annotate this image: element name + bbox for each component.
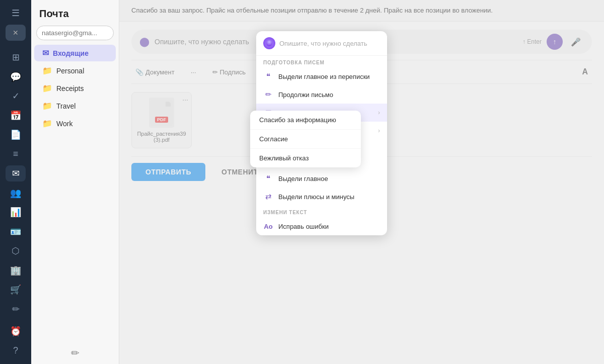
submenu-item-agree-label: Согласие: [259, 135, 288, 143]
write-reply-arrow: ›: [378, 109, 380, 116]
receipts-folder-icon: 📁: [42, 83, 52, 93]
enter-hint-text: ↑ Enter: [522, 38, 542, 45]
personal-folder-icon: 📁: [42, 66, 52, 75]
sidebar-search-container: [36, 26, 114, 40]
list-icon[interactable]: ≡: [6, 146, 26, 162]
signature-toolbar-icon: ✏: [212, 68, 218, 76]
work-label: Work: [56, 120, 72, 128]
fix-errors-icon: Ao: [263, 221, 273, 231]
grid-icon[interactable]: ⊞: [6, 49, 26, 66]
send-button[interactable]: ОТПРАВИТЬ: [131, 163, 205, 181]
work-folder-icon: 📁: [42, 119, 52, 128]
receipts-label: Receipts: [56, 84, 84, 93]
document-toolbar-label: Документ: [145, 68, 175, 76]
sidebar-item-work[interactable]: 📁 Work: [34, 115, 116, 132]
compose-icon[interactable]: ✏: [71, 347, 80, 359]
sidebar-item-receipts[interactable]: 📁 Receipts: [34, 80, 116, 97]
sidebar: Почта ✉ Входящие 📁 Personal 📁 Receipts 📁…: [31, 0, 119, 364]
document-icon[interactable]: 📄: [6, 127, 26, 143]
ai-popup-input-row: Опишите, что нужно сделать: [256, 31, 387, 56]
clock-icon[interactable]: ⏰: [6, 323, 26, 340]
pdf-label: PDF: [155, 117, 168, 123]
submenu-item-agree[interactable]: Согласие: [250, 130, 361, 149]
sidebar-header: Почта: [31, 0, 119, 24]
help-icon[interactable]: ?: [6, 342, 26, 359]
ai-item-fix-errors[interactable]: Ao Исправь ошибки: [256, 217, 387, 235]
sidebar-item-inbox[interactable]: ✉ Входящие: [34, 45, 116, 61]
ai-item-continue-letter[interactable]: ✏ Продолжи письмо: [256, 85, 387, 104]
check-icon[interactable]: ✓: [6, 88, 26, 105]
discord-icon[interactable]: ⬡: [6, 243, 26, 259]
ai-popup-placeholder: Опишите, что нужно сделать: [279, 40, 367, 47]
sidebar-item-personal[interactable]: 📁 Personal: [34, 62, 116, 79]
submenu-item-thank-info-label: Спасибо за информацию: [259, 116, 336, 124]
ai-send-button[interactable]: ↑: [547, 34, 563, 50]
toolbar-document[interactable]: 📎 Документ: [131, 66, 179, 78]
ai-popup-icon: [263, 37, 275, 49]
enter-hint: ↑ Enter: [522, 38, 542, 45]
congratulate-arrow: ›: [378, 127, 380, 134]
attachment-more-button[interactable]: ···: [182, 96, 188, 104]
pencil-item-icon: ✏: [263, 89, 273, 100]
search-input[interactable]: [36, 26, 114, 40]
cart-icon[interactable]: 🛒: [6, 282, 26, 298]
inbox-label: Входящие: [53, 49, 89, 57]
svg-point-0: [266, 40, 272, 46]
sidebar-item-travel[interactable]: 📁 Travel: [34, 98, 116, 114]
toolbar-signature[interactable]: ✏ Подпись: [208, 66, 250, 78]
mail-icon[interactable]: ✉: [6, 165, 26, 182]
icon-bar: ☰ ✕ ⊞ 💬 ✓ 📅 📄 ≡ ✉ 👥 📊 🪪 ⬡ 🏢 🛒 ✏ ⏰ ?: [0, 0, 31, 364]
ai-item-highlight[interactable]: ❝ Выдели главное: [256, 169, 387, 188]
attachment-pdf: ··· PDF Прайс_растения39 (3).pdf: [131, 92, 192, 148]
section-label-preparation: ПОДГОТОВКА ПИСЕМ: [256, 56, 387, 67]
notification-bar: Спасибо за ваш запрос. Прайс на отбельны…: [119, 0, 604, 22]
submenu-item-polite-decline[interactable]: Вежливый отказ: [250, 149, 361, 167]
calendar-icon[interactable]: 📅: [6, 107, 26, 124]
hamburger-menu[interactable]: ☰: [6, 5, 26, 22]
pdf-icon: PDF: [149, 98, 174, 128]
chat-icon[interactable]: 💬: [6, 68, 26, 85]
chart-icon[interactable]: 📊: [6, 204, 26, 221]
document-toolbar-icon: 📎: [135, 68, 143, 76]
close-x[interactable]: ✕: [6, 25, 26, 41]
pencil-icon[interactable]: ✏: [6, 301, 26, 317]
section-label-change-text: ИЗМЕНИ ТЕКСТ: [256, 206, 387, 217]
pros-cons-icon: ⇄: [263, 192, 273, 202]
more-dots: ···: [191, 68, 196, 76]
ai-item-continue-letter-label: Продолжи письмо: [278, 91, 333, 99]
attachment-filename: Прайс_растения39 (3).pdf: [137, 131, 186, 143]
ai-item-highlight-main-label: Выдели главное из переписки: [278, 73, 370, 80]
submenu-item-thank-info[interactable]: Спасибо за информацию: [250, 111, 361, 130]
ai-item-pros-cons[interactable]: ⇄ Выдели плюсы и минусы: [256, 188, 387, 206]
ai-item-pros-cons-label: Выдели плюсы и минусы: [278, 193, 354, 201]
write-reply-submenu: Спасибо за информацию Согласие Вежливый …: [250, 111, 361, 167]
submenu-item-polite-decline-label: Вежливый отказ: [259, 154, 309, 162]
toolbar-font[interactable]: A: [578, 65, 592, 78]
highlight-icon: ❝: [263, 173, 273, 184]
ai-bar-icon: ⬤: [139, 36, 149, 47]
person-card-icon[interactable]: 🪪: [6, 223, 26, 240]
inbox-icon: ✉: [42, 48, 49, 58]
personal-label: Personal: [56, 67, 84, 75]
main-content: Спасибо за ваш запрос. Прайс на отбельны…: [119, 0, 604, 364]
signature-toolbar-label: Подпись: [220, 68, 246, 76]
people-icon[interactable]: 👥: [6, 185, 26, 201]
ai-item-highlight-main[interactable]: ❝ Выдели главное из переписки: [256, 67, 387, 85]
travel-label: Travel: [56, 102, 76, 110]
toolbar-more[interactable]: ···: [187, 66, 200, 78]
building-icon[interactable]: 🏢: [6, 262, 26, 279]
font-icon: A: [582, 67, 588, 76]
ai-item-highlight-label: Выдели главное: [278, 175, 328, 183]
sidebar-bottom: ✏: [31, 342, 119, 364]
ai-mic-button[interactable]: 🎤: [568, 34, 584, 50]
quote-icon: ❝: [263, 71, 273, 81]
travel-folder-icon: 📁: [42, 101, 52, 111]
notification-text: Спасибо за ваш запрос. Прайс на отбельны…: [131, 7, 493, 14]
ai-item-fix-errors-label: Исправь ошибки: [278, 223, 329, 230]
mail-app-title: Почта: [39, 8, 69, 20]
